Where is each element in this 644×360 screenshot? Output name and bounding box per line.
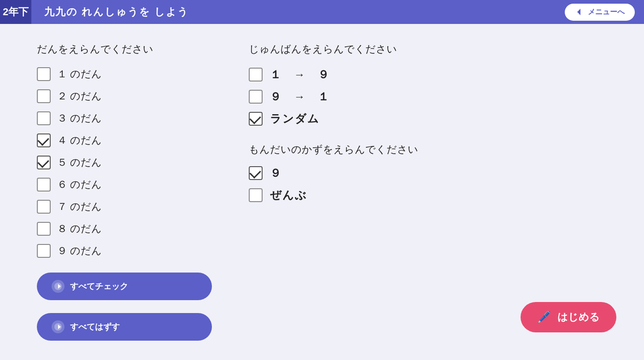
start-icon: 🖊️ bbox=[537, 311, 551, 324]
order-section-label: じゅんばんをえらんでください bbox=[249, 42, 442, 56]
dan-checkbox-dan3[interactable] bbox=[37, 111, 51, 125]
dan-checkbox-dan9[interactable] bbox=[37, 244, 51, 258]
right-panel: じゅんばんをえらんでください １ → ９９ → １ランダム もんだいのかずをえら… bbox=[249, 42, 442, 341]
back-arrow-icon bbox=[575, 7, 584, 17]
header: 2年下 九九の れんしゅうを しよう メニューへ bbox=[0, 0, 644, 24]
buttons-area: すべてチェック すべてはずす bbox=[37, 267, 212, 341]
order-label-order1to9: １ → ９ bbox=[270, 67, 330, 82]
list-item: ６ のだん bbox=[37, 178, 212, 192]
dan-label-dan6: ６ のだん bbox=[57, 178, 102, 192]
dan-checkbox-dan2[interactable] bbox=[37, 89, 51, 103]
dan-checkbox-dan1[interactable] bbox=[37, 67, 51, 81]
start-button-label: はじめる bbox=[557, 310, 600, 324]
dan-checkbox-dan8[interactable] bbox=[37, 222, 51, 236]
list-item: ３ のだん bbox=[37, 111, 212, 125]
menu-button-label: メニューへ bbox=[588, 7, 625, 17]
count-checkboxes: ９ぜんぶ bbox=[249, 166, 442, 203]
check-all-label: すべてチェック bbox=[70, 281, 128, 292]
list-item: １ のだん bbox=[37, 67, 212, 81]
dan-label-dan8: ８ のだん bbox=[57, 222, 102, 236]
count-label-count9: ９ bbox=[270, 166, 282, 180]
order-section: じゅんばんをえらんでください １ → ９９ → １ランダム bbox=[249, 42, 442, 126]
dan-checkboxes: １ のだん２ のだん３ のだん４ のだん５ のだん６ のだん７ のだん８ のだん… bbox=[37, 67, 212, 258]
list-item: ９ bbox=[249, 166, 442, 180]
dan-label-dan9: ９ のだん bbox=[57, 244, 102, 258]
start-button[interactable]: 🖊️ はじめる bbox=[521, 302, 616, 332]
dan-checkbox-dan7[interactable] bbox=[37, 200, 51, 214]
list-item: ９ → １ bbox=[249, 89, 442, 104]
order-checkbox-order1to9[interactable] bbox=[249, 68, 263, 81]
list-item: ７ のだん bbox=[37, 200, 212, 214]
list-item: ランダム bbox=[249, 111, 442, 126]
page-title: 九九の れんしゅうを しよう bbox=[44, 5, 189, 19]
svg-marker-0 bbox=[577, 9, 580, 15]
grade-badge: 2年下 bbox=[0, 0, 31, 24]
dan-label-dan4: ４ のだん bbox=[57, 134, 102, 147]
list-item: ８ のだん bbox=[37, 222, 212, 236]
uncheck-all-button[interactable]: すべてはずす bbox=[37, 313, 212, 341]
dan-label-dan1: １ のだん bbox=[57, 67, 102, 81]
dan-checkbox-dan5[interactable] bbox=[37, 156, 51, 169]
dan-label-dan5: ５ のだん bbox=[57, 156, 102, 169]
list-item: ４ のだん bbox=[37, 134, 212, 147]
uncheck-all-label: すべてはずす bbox=[70, 321, 120, 332]
list-item: ぜんぶ bbox=[249, 188, 442, 203]
count-section-label: もんだいのかずをえらんでください bbox=[249, 143, 442, 157]
order-checkbox-orderRandom[interactable] bbox=[249, 112, 263, 126]
order-label-order9to1: ９ → １ bbox=[270, 89, 330, 104]
dan-label-dan3: ３ のだん bbox=[57, 111, 102, 125]
dan-section-label: だんをえらんでください bbox=[37, 42, 212, 56]
list-item: ５ のだん bbox=[37, 156, 212, 169]
order-label-orderRandom: ランダム bbox=[270, 111, 320, 126]
list-item: ９ のだん bbox=[37, 244, 212, 258]
list-item: ２ のだん bbox=[37, 89, 212, 103]
left-panel: だんをえらんでください １ のだん２ のだん３ のだん４ のだん５ のだん６ の… bbox=[37, 42, 212, 341]
list-item: １ → ９ bbox=[249, 67, 442, 82]
dan-checkbox-dan4[interactable] bbox=[37, 134, 51, 147]
count-checkbox-count9[interactable] bbox=[249, 166, 263, 180]
dan-checkbox-dan6[interactable] bbox=[37, 178, 51, 192]
dan-label-dan7: ７ のだん bbox=[57, 200, 102, 214]
check-all-button[interactable]: すべてチェック bbox=[37, 273, 212, 300]
check-all-icon bbox=[52, 280, 64, 293]
uncheck-all-icon bbox=[52, 320, 64, 333]
count-section: もんだいのかずをえらんでください ９ぜんぶ bbox=[249, 143, 442, 203]
count-checkbox-countAll[interactable] bbox=[249, 188, 263, 202]
count-label-countAll: ぜんぶ bbox=[270, 188, 307, 203]
order-checkboxes: １ → ９９ → １ランダム bbox=[249, 67, 442, 126]
order-checkbox-order9to1[interactable] bbox=[249, 90, 263, 104]
menu-button[interactable]: メニューへ bbox=[565, 4, 635, 21]
dan-label-dan2: ２ のだん bbox=[57, 89, 102, 103]
